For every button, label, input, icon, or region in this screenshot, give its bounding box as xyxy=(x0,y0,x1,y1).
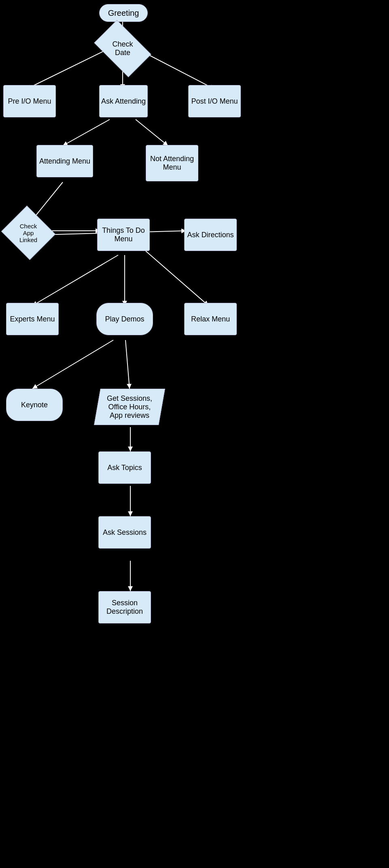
get-sessions-node: Get Sessions, Office Hours, App reviews xyxy=(94,389,165,425)
svg-line-4 xyxy=(139,50,215,89)
check-app-linked-label: Check App Linked xyxy=(19,223,37,243)
greeting-node: Greeting xyxy=(99,4,148,22)
check-date-label: Check Date xyxy=(112,40,133,57)
svg-line-14 xyxy=(125,340,130,389)
things-to-do-menu-node: Things To Do Menu xyxy=(97,219,150,251)
svg-line-5 xyxy=(63,119,110,146)
ask-sessions-node: Ask Sessions xyxy=(98,516,151,549)
svg-line-6 xyxy=(136,119,168,146)
relax-menu-node: Relax Menu xyxy=(184,303,237,335)
svg-line-12 xyxy=(146,251,208,306)
ask-attending-node: Ask Attending xyxy=(99,85,148,117)
pre-io-menu-node: Pre I/O Menu xyxy=(3,85,56,117)
post-io-menu-node: Post I/O Menu xyxy=(188,85,241,117)
play-demos-node: Play Demos xyxy=(96,303,153,335)
svg-line-2 xyxy=(26,50,106,89)
not-attending-menu-node: Not Attending Menu xyxy=(146,145,198,181)
check-date-diamond: Check Date xyxy=(98,32,147,65)
experts-menu-node: Experts Menu xyxy=(6,303,59,335)
check-app-linked-diamond: Check App Linked xyxy=(8,215,49,251)
ask-topics-node: Ask Topics xyxy=(98,451,151,484)
svg-line-13 xyxy=(32,340,113,389)
session-description-node: Session Description xyxy=(98,591,151,623)
ask-directions-node: Ask Directions xyxy=(184,219,237,251)
get-sessions-label: Get Sessions, Office Hours, App reviews xyxy=(107,394,152,420)
svg-line-10 xyxy=(32,255,118,306)
keynote-node: Keynote xyxy=(6,389,63,421)
attending-menu-node: Attending Menu xyxy=(36,145,93,177)
